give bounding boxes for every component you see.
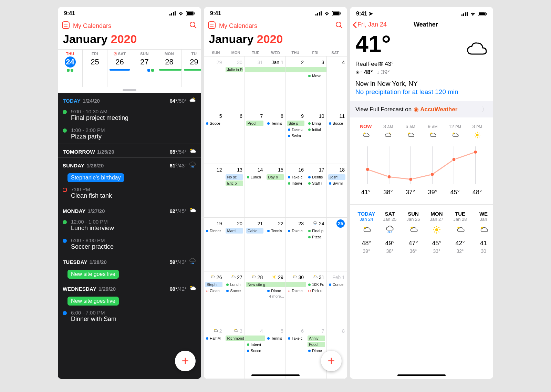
week-day[interactable]: SUN27 <box>132 50 157 87</box>
search-icon[interactable] <box>189 21 197 30</box>
month-day[interactable]: 3110K FuPick u <box>306 271 326 325</box>
month-event[interactable]: Food <box>308 342 325 347</box>
month-day[interactable]: 27LunchSocce <box>224 271 245 325</box>
month-day[interactable]: 6 <box>224 110 245 164</box>
agenda-day-header[interactable]: WEDNESDAY1/29/2060°/42° <box>58 281 201 295</box>
week-day[interactable]: TU29 <box>182 50 201 87</box>
search-icon[interactable] <box>335 21 343 30</box>
month-event[interactable]: Marti <box>226 228 243 234</box>
month-event[interactable]: Bring <box>308 121 325 126</box>
agenda-day-header[interactable]: SUNDAY1/26/2061°/43° <box>58 158 201 171</box>
month-event[interactable]: Swim <box>287 133 304 138</box>
month-event[interactable]: Eric o <box>226 180 243 186</box>
month-event[interactable]: Move <box>308 73 325 79</box>
daily-day[interactable]: TODAYJan 2448°39° <box>355 211 378 254</box>
month-event[interactable] <box>306 67 326 72</box>
month-event[interactable]: New site goes live <box>246 282 265 287</box>
month-day[interactable]: 22Tennis <box>265 218 285 271</box>
month-day[interactable]: 31 <box>245 56 265 110</box>
month-day[interactable]: 15Day o <box>265 164 285 218</box>
agenda-event[interactable]: 1:00 - 2:00 PMPizza party <box>58 125 201 144</box>
add-button[interactable]: + <box>321 351 342 371</box>
month-event[interactable] <box>286 282 306 287</box>
month-event[interactable]: Intervi <box>246 342 263 347</box>
month-event[interactable]: Take c <box>287 336 304 341</box>
forecast-link[interactable]: View Full Forecast on ◉ AccuWeather 〉 <box>350 101 493 117</box>
month-day[interactable]: 7AnnivFoodDinne <box>306 325 326 379</box>
month-event[interactable]: Take c <box>287 288 304 293</box>
month-event[interactable]: Steph <box>205 282 222 287</box>
month-event[interactable]: Tennis <box>267 336 284 341</box>
month-day[interactable]: 8Tennis <box>265 110 285 164</box>
week-day[interactable]: ☑ SAT26 <box>107 50 132 87</box>
month-day[interactable]: 6Take c <box>286 325 306 379</box>
menu-icon[interactable] <box>208 21 216 31</box>
month-day[interactable]: 14Lunch <box>245 164 265 218</box>
month-event[interactable]: Half M <box>205 336 222 341</box>
week-day[interactable]: MON28 <box>157 50 182 87</box>
month-grid[interactable]: 2930Julie in Portland31Jan 123Move45Socc… <box>204 56 347 379</box>
month-event[interactable]: Dinne <box>308 348 325 353</box>
daily-day[interactable]: SUNJan 2647°36° <box>402 211 425 254</box>
agenda-event[interactable]: 12:00 - 1:00 PMLunch interview <box>58 217 201 235</box>
month-event[interactable]: Prod <box>246 121 263 126</box>
month-event[interactable]: Lunch <box>226 282 243 287</box>
month-day[interactable]: 20Marti <box>224 218 245 271</box>
month-event[interactable]: Dentis <box>308 174 325 180</box>
month-day[interactable]: 3Richmond <box>224 325 245 379</box>
month-event[interactable] <box>286 67 306 72</box>
month-day[interactable]: 19Dinner <box>204 218 224 271</box>
month-day[interactable]: 2Half M <box>204 325 224 379</box>
month-day[interactable]: 12 <box>204 164 224 218</box>
week-day[interactable]: THU24 <box>58 50 83 87</box>
month-day[interactable]: 28New site goes live <box>245 271 265 325</box>
month-event[interactable]: Final p <box>308 228 325 234</box>
month-day[interactable]: 26StephClean <box>204 271 224 325</box>
daily-day[interactable]: MONJan 2745°33° <box>425 211 448 254</box>
hourly-forecast[interactable]: NOW3 AM6 AM9 AM12 PM3 PM 41°38°37°39°45°… <box>350 117 493 205</box>
nav-title[interactable]: My Calendars <box>219 22 257 30</box>
month-event[interactable]: Clean <box>205 288 222 293</box>
home-indicator[interactable] <box>251 374 300 376</box>
allday-event[interactable]: Stephanie's birthday <box>67 173 124 182</box>
agenda-day-header[interactable]: MONDAY1/27/2062°/45° <box>58 203 201 217</box>
allday-event[interactable]: New site goes live <box>67 270 119 279</box>
month-day[interactable]: 29Dinne4 more... <box>265 271 285 325</box>
month-event[interactable]: Socce <box>205 121 222 126</box>
agenda-day-header[interactable]: TUESDAY1/28/2059°/43° <box>58 254 201 268</box>
month-event[interactable]: Tennis <box>267 228 284 234</box>
month-event[interactable]: Site p <box>287 121 304 126</box>
month-event[interactable]: Pizza <box>308 234 325 240</box>
month-day[interactable]: 24Final pPizza <box>306 218 326 271</box>
month-event[interactable]: No sc <box>226 174 243 180</box>
month-day[interactable]: Jan 1 <box>265 56 285 110</box>
month-event[interactable]: Take c <box>287 228 304 234</box>
month-event[interactable]: Anniv <box>308 336 325 341</box>
month-day[interactable]: 16Take cIntervi <box>286 164 306 218</box>
month-event[interactable]: Josh' <box>328 174 345 180</box>
agenda-list[interactable]: TODAY1/24/2064°/50°9:00 - 10:30 AMFinal … <box>58 93 201 379</box>
month-event[interactable]: Take c <box>287 127 304 132</box>
month-event[interactable]: Staff r <box>308 180 325 186</box>
month-day[interactable]: 30Julie in Portland <box>224 56 245 110</box>
agenda-event[interactable]: 7:00 PMClean fish tank <box>58 184 201 203</box>
month-event[interactable]: Socce <box>246 348 263 353</box>
month-event[interactable]: Day o <box>267 174 284 180</box>
menu-icon[interactable] <box>62 21 70 31</box>
month-event[interactable]: Cable <box>246 228 263 234</box>
month-event[interactable]: Richmond <box>226 336 245 341</box>
month-event[interactable]: Julie in Portland <box>226 67 243 72</box>
month-day[interactable]: 11Socce <box>327 110 347 164</box>
week-strip[interactable]: THU24FRI25☑ SAT26SUN27MON28TU29 <box>58 49 201 87</box>
more-indicator[interactable]: 4 more... <box>267 294 284 298</box>
month-event[interactable]: Conce <box>328 282 345 287</box>
home-indicator[interactable] <box>397 374 446 376</box>
daily-day[interactable]: SATJan 2549°38° <box>378 211 402 254</box>
month-event[interactable] <box>265 67 285 72</box>
agenda-day-header[interactable]: TODAY1/24/2064°/50° <box>58 93 201 106</box>
month-day[interactable]: 25 <box>327 218 347 271</box>
daily-forecast[interactable]: TODAYJan 2448°39°SATJan 2549°38°SUNJan 2… <box>350 205 493 254</box>
month-event[interactable]: Tennis <box>267 121 284 126</box>
agenda-event[interactable]: 9:00 - 10:30 AMFinal project meeting <box>58 106 201 125</box>
month-event[interactable]: Socce <box>328 121 345 126</box>
